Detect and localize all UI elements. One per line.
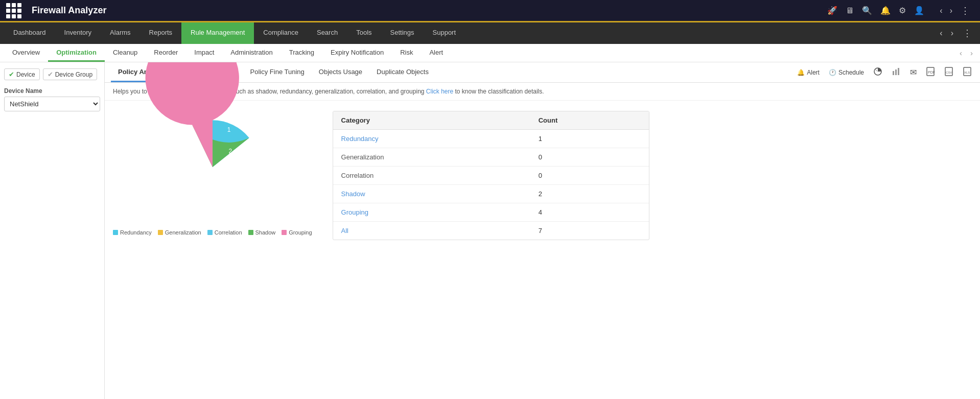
device-name-select[interactable]: NetShield [4, 97, 100, 111]
svg-rect-2 [895, 69, 897, 75]
table-cell-category[interactable]: Shadow [333, 185, 530, 203]
tab-policy-fine-tuning[interactable]: Policy Fine Tuning [243, 62, 312, 82]
app-bar: Firewall Analyzer 🚀 🖥 🔍 🔔 ⚙ 👤 ‹ › ⋮ [0, 0, 980, 22]
subnav-risk[interactable]: Risk [392, 44, 421, 62]
nav-reports[interactable]: Reports [140, 22, 182, 44]
nav-compliance[interactable]: Compliance [254, 22, 308, 44]
main-nav-left-arrow[interactable]: ‹ [937, 27, 945, 40]
legend-dot-generalization [158, 230, 163, 235]
pie-chart: 2 1 4 [151, 111, 274, 223]
csv-export-icon-btn[interactable]: CSV [942, 66, 955, 79]
svg-rect-3 [898, 68, 899, 75]
nav-settings[interactable]: Settings [381, 22, 424, 44]
nav-tools[interactable]: Tools [347, 22, 381, 44]
click-here-link[interactable]: Click here [426, 88, 453, 95]
bell-action-icon: 🔔 [797, 69, 805, 76]
table-cell-count: 4 [530, 203, 649, 222]
legend-label-redundancy: Redundancy [120, 229, 152, 236]
monitor-icon[interactable]: 🖥 [846, 6, 854, 15]
table-row: All7 [333, 222, 649, 240]
sub-nav-right: ‹ › [956, 44, 976, 62]
legend-shadow: Shadow [248, 229, 276, 236]
device-group-btn-label: Device Group [55, 71, 92, 78]
table-cell-category[interactable]: Redundancy [333, 130, 530, 148]
table-cell-category: Generalization [333, 148, 530, 167]
description-suffix: to know the classification details. [455, 88, 544, 95]
alert-action-btn[interactable]: 🔔 Alert [795, 68, 822, 77]
schedule-action-btn[interactable]: 🕐 Schedule [827, 68, 866, 77]
table-row: Grouping4 [333, 203, 649, 222]
pie-chart-icon-btn[interactable] [871, 66, 884, 79]
subnav-expiry-notification[interactable]: Expiry Notification [322, 44, 392, 62]
legend-dot-shadow [248, 230, 253, 235]
main-nav-right-arrow[interactable]: › [948, 27, 956, 40]
main-nav: Dashboard Inventory Alarms Reports Rule … [0, 22, 980, 44]
sub-nav-left-arrow[interactable]: ‹ [956, 48, 965, 58]
email-export-icon-btn[interactable]: ✉ [908, 66, 919, 78]
subnav-overview[interactable]: Overview [4, 44, 48, 62]
device-filter-btn[interactable]: ✔ Device [4, 68, 40, 80]
pdf-export-icon-btn[interactable]: PDF [924, 66, 937, 79]
nav-rule-management[interactable]: Rule Management [181, 22, 254, 44]
legend-generalization: Generalization [158, 229, 201, 236]
pie-label-shadow: 2 [228, 148, 232, 155]
main-nav-more-btn[interactable]: ⋮ [959, 28, 976, 39]
app-title: Firewall Analyzer [32, 5, 827, 16]
nav-search[interactable]: Search [308, 22, 347, 44]
table-cell-count: 0 [530, 167, 649, 185]
more-options-btn[interactable]: ⋮ [956, 5, 974, 16]
table-cell-category: Correlation [333, 167, 530, 185]
legend-dot-grouping [282, 230, 287, 235]
main-content: Policy Anomalies Rule Suggestion Policy … [105, 62, 980, 399]
legend-label-grouping: Grouping [289, 229, 312, 236]
nav-alarms[interactable]: Alarms [101, 22, 139, 44]
col-header-count: Count [530, 111, 649, 130]
tab-objects-usage[interactable]: Objects Usage [312, 62, 369, 82]
table-cell-category[interactable]: All [333, 222, 530, 240]
device-group-filter-btn[interactable]: ✔ Device Group [43, 68, 97, 80]
sub-nav: Overview Optimization Cleanup Reorder Im… [0, 44, 980, 62]
legend-label-generalization: Generalization [165, 229, 201, 236]
nav-dashboard[interactable]: Dashboard [4, 22, 55, 44]
clock-action-icon: 🕐 [829, 69, 836, 76]
subnav-tracking[interactable]: Tracking [281, 44, 322, 62]
nav-inventory[interactable]: Inventory [55, 22, 101, 44]
legend-redundancy: Redundancy [113, 229, 152, 236]
pie-container: 2 1 4 Redundancy Generalization [113, 111, 312, 236]
schedule-label: Schedule [838, 69, 864, 76]
table-cell-count: 2 [530, 185, 649, 203]
data-table: Category Count Redundancy1Generalization… [333, 111, 649, 240]
subnav-alert[interactable]: Alert [421, 44, 451, 62]
rocket-icon[interactable]: 🚀 [827, 6, 837, 15]
device-name-label: Device Name [4, 87, 100, 95]
chart-area: 2 1 4 Redundancy Generalization [105, 101, 980, 250]
grid-icon[interactable] [6, 3, 21, 18]
subnav-optimization[interactable]: Optimization [48, 44, 105, 62]
nav-support[interactable]: Support [424, 22, 465, 44]
tab-duplicate-objects[interactable]: Duplicate Objects [369, 62, 436, 82]
bar-chart-icon-btn[interactable] [890, 66, 903, 79]
table-cell-count: 0 [530, 148, 649, 167]
layout: ✔ Device ✔ Device Group Device Name NetS… [0, 62, 980, 399]
table-cell-category[interactable]: Grouping [333, 203, 530, 222]
sub-nav-right-arrow[interactable]: › [967, 48, 976, 58]
subnav-reorder[interactable]: Reorder [146, 44, 186, 62]
gear-icon[interactable]: ⚙ [899, 6, 906, 15]
subnav-administration[interactable]: Administration [222, 44, 281, 62]
nav-right-arrow[interactable]: › [947, 5, 955, 16]
bell-icon[interactable]: 🔔 [880, 6, 891, 15]
table-row: Generalization0 [333, 148, 649, 167]
subnav-cleanup[interactable]: Cleanup [105, 44, 146, 62]
table-cell-count: 7 [530, 222, 649, 240]
xls-export-icon-btn[interactable]: XLS [961, 66, 974, 79]
top-nav-arrows: ‹ › ⋮ [937, 5, 974, 16]
subnav-impact[interactable]: Impact [186, 44, 222, 62]
search-icon[interactable]: 🔍 [862, 6, 872, 15]
alert-label: Alert [807, 69, 820, 76]
nav-left-arrow[interactable]: ‹ [937, 5, 945, 16]
sidebar-filter-row: ✔ Device ✔ Device Group [4, 68, 100, 80]
user-icon[interactable]: 👤 [914, 6, 924, 15]
table-row: Redundancy1 [333, 130, 649, 148]
legend-label-correlation: Correlation [215, 229, 242, 236]
pie-label-grouping: 4 [197, 169, 200, 176]
